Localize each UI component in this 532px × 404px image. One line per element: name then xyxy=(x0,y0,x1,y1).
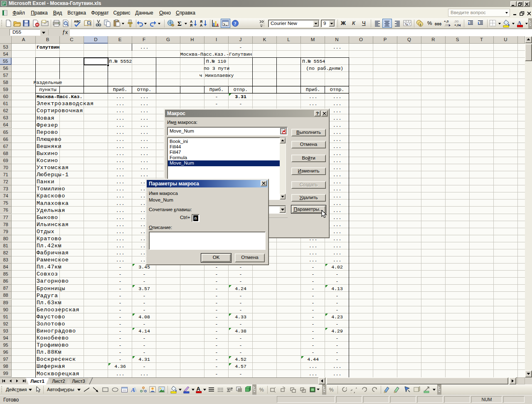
svg-text:Я: Я xyxy=(190,23,192,27)
svg-text:%: % xyxy=(329,387,334,393)
svg-text:+,0: +,0 xyxy=(444,20,449,23)
svg-text:+,0: +,0 xyxy=(454,23,459,27)
svg-text:А: А xyxy=(517,20,521,26)
svg-text:А: А xyxy=(197,386,201,392)
svg-text:,00: ,00 xyxy=(444,23,449,27)
svg-text:%: % xyxy=(259,387,264,393)
svg-text:?: ? xyxy=(234,21,236,26)
svg-text:$: $ xyxy=(419,23,421,27)
svg-text:,00: ,00 xyxy=(454,20,459,23)
svg-text:ABC: ABC xyxy=(74,20,81,23)
svg-text:А: А xyxy=(200,23,202,27)
svg-text:Σ: Σ xyxy=(177,20,182,27)
